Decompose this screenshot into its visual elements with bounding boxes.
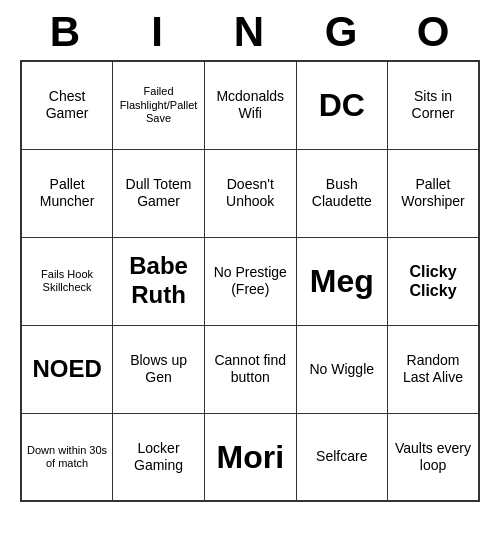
- cell-r2-c0: Fails Hook Skillcheck: [21, 237, 113, 325]
- title-letter-n: N: [210, 8, 290, 56]
- cell-r2-c2: No Prestige (Free): [204, 237, 296, 325]
- cell-r1-c2: Doesn't Unhook: [204, 149, 296, 237]
- cell-r2-c4: Clicky Clicky: [388, 237, 480, 325]
- cell-r3-c0: NOED: [21, 325, 113, 413]
- cell-r1-c0: Pallet Muncher: [21, 149, 113, 237]
- title-letter-b: B: [26, 8, 106, 56]
- title-letter-o: O: [394, 8, 474, 56]
- cell-r0-c0: Chest Gamer: [21, 61, 113, 149]
- cell-r0-c4: Sits in Corner: [388, 61, 480, 149]
- bingo-grid: Chest GamerFailed Flashlight/Pallet Save…: [20, 60, 480, 502]
- cell-r3-c4: Random Last Alive: [388, 325, 480, 413]
- cell-r2-c1: Babe Ruth: [113, 237, 205, 325]
- cell-r0-c1: Failed Flashlight/Pallet Save: [113, 61, 205, 149]
- cell-r4-c2: Mori: [204, 413, 296, 501]
- cell-r4-c0: Down within 30s of match: [21, 413, 113, 501]
- bingo-title: B I N G O: [20, 0, 480, 60]
- cell-r1-c4: Pallet Worshiper: [388, 149, 480, 237]
- cell-r0-c3: DC: [296, 61, 387, 149]
- cell-r1-c1: Dull Totem Gamer: [113, 149, 205, 237]
- title-letter-i: I: [118, 8, 198, 56]
- cell-r4-c1: Locker Gaming: [113, 413, 205, 501]
- cell-r1-c3: Bush Claudette: [296, 149, 387, 237]
- cell-r4-c4: Vaults every loop: [388, 413, 480, 501]
- cell-r4-c3: Selfcare: [296, 413, 387, 501]
- cell-r3-c2: Cannot find button: [204, 325, 296, 413]
- title-letter-g: G: [302, 8, 382, 56]
- cell-r3-c3: No Wiggle: [296, 325, 387, 413]
- cell-r2-c3: Meg: [296, 237, 387, 325]
- cell-r0-c2: Mcdonalds Wifi: [204, 61, 296, 149]
- cell-r3-c1: Blows up Gen: [113, 325, 205, 413]
